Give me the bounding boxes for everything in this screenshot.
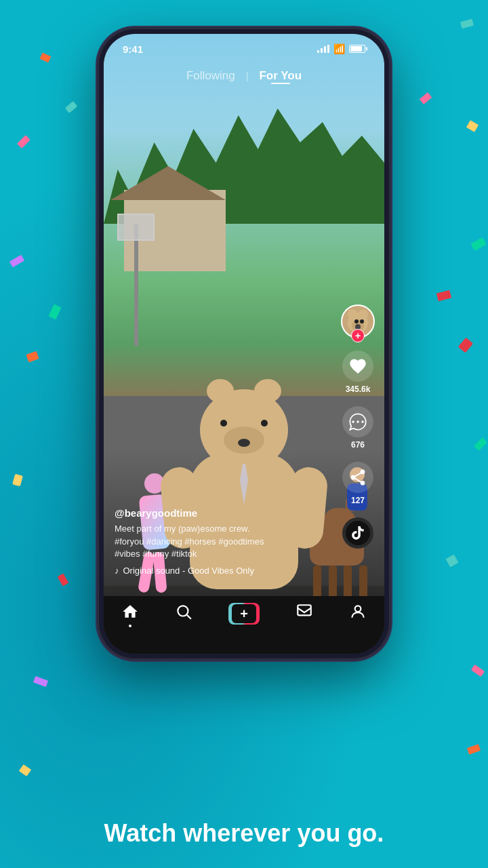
- home-active-dot: [129, 625, 131, 627]
- tiktok-music-icon: [350, 525, 366, 541]
- follow-button[interactable]: +: [351, 329, 365, 342]
- like-button[interactable]: 345.6k: [342, 351, 373, 394]
- svg-point-8: [357, 420, 359, 423]
- person-icon: [349, 603, 367, 620]
- top-tab-bar: Following | For You: [104, 64, 384, 88]
- following-tab[interactable]: Following: [186, 69, 235, 82]
- nav-search[interactable]: [175, 603, 192, 623]
- like-icon: [342, 351, 373, 382]
- status-bar: 9:41 📶: [104, 34, 384, 64]
- wifi-icon: 📶: [333, 43, 345, 54]
- for-you-tab-wrap[interactable]: For You: [259, 69, 302, 83]
- heart-icon: [348, 357, 367, 376]
- forward-arrow-icon: [348, 468, 367, 487]
- house-icon: [121, 603, 139, 620]
- search-icon: [175, 603, 192, 623]
- battery-icon: [349, 45, 365, 53]
- status-icons: 📶: [317, 43, 365, 54]
- basketball-pole: [134, 224, 138, 346]
- comment-button[interactable]: 676: [342, 406, 373, 450]
- home-icon: [121, 603, 139, 623]
- share-icon: [342, 462, 373, 493]
- svg-point-4: [354, 319, 359, 323]
- svg-line-11: [187, 615, 191, 619]
- profile-icon: [349, 603, 367, 623]
- nav-profile[interactable]: [349, 603, 367, 623]
- svg-point-7: [352, 420, 354, 423]
- marketing-tagline: Watch wherever you go.: [0, 819, 488, 848]
- tab-active-indicator: [271, 83, 290, 84]
- music-disc[interactable]: [342, 517, 373, 549]
- svg-point-5: [360, 319, 364, 323]
- following-tab-wrap[interactable]: Following: [186, 69, 235, 83]
- svg-point-2: [359, 309, 368, 319]
- house-roof-decoration: [110, 166, 226, 200]
- plus-icon: +: [240, 606, 248, 622]
- tab-divider: |: [246, 71, 249, 81]
- bear-eye-left: [220, 420, 227, 427]
- signal-bar-2: [321, 48, 323, 53]
- signal-icon: [317, 45, 329, 53]
- chat-icon: [296, 603, 313, 620]
- video-caption: Meet part of my (paw)esome crew. #foryou…: [115, 523, 337, 560]
- signal-bar-1: [317, 50, 319, 53]
- messages-icon: [296, 603, 313, 623]
- magnifier-icon: [175, 603, 192, 620]
- svg-point-10: [178, 606, 188, 616]
- nav-create[interactable]: +: [228, 603, 260, 625]
- signal-bar-4: [327, 45, 329, 53]
- share-count: 127: [351, 496, 365, 505]
- phone-frame: 9:41 📶 Following | For You: [98, 28, 390, 659]
- phone-screen: 9:41 📶 Following | For You: [104, 34, 384, 654]
- right-action-panel: + 345.6k: [341, 304, 375, 549]
- sound-info[interactable]: ♪ Original sound - Good Vibes Only: [115, 566, 337, 576]
- comment-count: 676: [351, 440, 365, 450]
- music-note-icon: ♪: [115, 566, 119, 576]
- speech-bubble-icon: [348, 412, 367, 431]
- bear-eye-right: [261, 420, 268, 427]
- comment-icon: [342, 406, 373, 437]
- bottom-navigation: +: [104, 596, 384, 654]
- signal-bar-3: [324, 46, 326, 53]
- bear-nose: [238, 439, 250, 447]
- basketball-board: [117, 214, 155, 241]
- nav-home[interactable]: [121, 603, 139, 623]
- video-info-panel: @bearygoodtime Meet part of my (paw)esom…: [115, 507, 337, 576]
- battery-fill: [350, 46, 362, 52]
- nav-messages[interactable]: [296, 603, 313, 623]
- like-count: 345.6k: [346, 384, 371, 394]
- svg-point-13: [354, 606, 361, 612]
- svg-point-9: [361, 420, 364, 423]
- creator-avatar-wrap[interactable]: +: [341, 304, 375, 338]
- status-time: 9:41: [123, 43, 143, 55]
- sound-name: Original sound - Good Vibes Only: [123, 566, 254, 576]
- svg-point-1: [348, 309, 357, 319]
- for-you-tab[interactable]: For You: [259, 69, 302, 82]
- share-button[interactable]: 127: [342, 462, 373, 505]
- creator-username[interactable]: @bearygoodtime: [115, 507, 337, 519]
- create-button[interactable]: +: [228, 603, 260, 625]
